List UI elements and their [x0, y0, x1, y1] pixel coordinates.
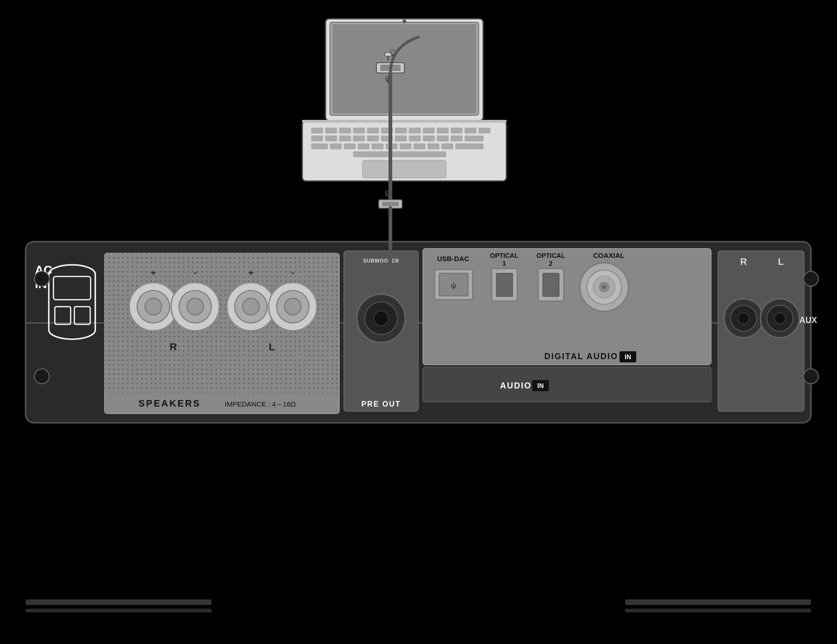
svg-point-49: [390, 50, 395, 54]
svg-text:+: +: [249, 268, 254, 277]
svg-rect-0: [325, 19, 483, 121]
svg-point-3: [402, 20, 406, 23]
svg-point-88: [357, 294, 405, 342]
svg-rect-17: [479, 128, 490, 133]
svg-rect-11: [395, 128, 407, 133]
svg-point-71: [179, 290, 211, 323]
svg-rect-9: [367, 128, 379, 133]
svg-text:AC: AC: [35, 263, 53, 277]
svg-rect-118: [718, 251, 804, 411]
svg-text:PRE OUT: PRE OUT: [361, 400, 401, 408]
svg-rect-40: [455, 144, 483, 149]
svg-text:-: -: [291, 268, 294, 277]
svg-rect-116: [532, 380, 549, 391]
svg-text:IN: IN: [35, 277, 47, 291]
svg-point-130: [804, 271, 818, 286]
svg-point-129: [34, 369, 49, 384]
svg-rect-27: [437, 136, 448, 141]
svg-point-125: [760, 299, 799, 338]
svg-text:IN: IN: [537, 382, 544, 389]
svg-rect-47: [385, 53, 391, 56]
svg-rect-133: [26, 609, 211, 612]
svg-text:-: -: [194, 268, 197, 277]
svg-rect-5: [311, 128, 323, 133]
svg-rect-20: [339, 136, 351, 141]
svg-text:IN: IN: [625, 353, 631, 361]
svg-rect-38: [428, 144, 439, 149]
svg-rect-35: [386, 144, 397, 149]
svg-rect-44: [376, 63, 404, 73]
svg-text:USB-DAC: USB-DAC: [437, 255, 469, 263]
svg-rect-102: [492, 269, 517, 301]
svg-rect-61: [55, 307, 71, 324]
svg-point-126: [767, 305, 793, 331]
svg-rect-4: [302, 121, 507, 181]
svg-rect-22: [367, 136, 379, 141]
svg-text:IMPEDANCE : 4～16Ω: IMPEDANCE : 4～16Ω: [225, 400, 296, 408]
svg-rect-10: [381, 128, 393, 133]
svg-text:+: +: [151, 268, 156, 277]
svg-rect-41: [353, 151, 446, 157]
svg-point-108: [593, 276, 615, 298]
svg-rect-59: [49, 265, 95, 339]
svg-rect-2: [332, 24, 476, 113]
svg-text:SPEAKERS: SPEAKERS: [138, 398, 201, 408]
svg-rect-114: [423, 367, 711, 402]
svg-rect-24: [395, 136, 407, 141]
svg-rect-8: [353, 128, 365, 133]
svg-rect-132: [26, 599, 211, 605]
svg-rect-21: [353, 136, 365, 141]
svg-point-128: [34, 271, 49, 286]
svg-point-109: [600, 283, 609, 292]
svg-rect-60: [53, 276, 91, 300]
svg-rect-26: [423, 136, 435, 141]
svg-rect-29: [465, 136, 483, 141]
svg-rect-100: [439, 273, 468, 296]
svg-rect-31: [330, 144, 342, 149]
svg-rect-28: [451, 136, 462, 141]
svg-point-75: [235, 290, 267, 323]
svg-rect-23: [381, 136, 393, 141]
svg-text:ψ: ψ: [451, 282, 456, 289]
svg-rect-36: [400, 144, 411, 149]
svg-rect-30: [311, 144, 328, 149]
svg-point-131: [804, 369, 818, 384]
svg-rect-34: [372, 144, 383, 149]
svg-point-127: [774, 313, 785, 324]
svg-rect-25: [409, 136, 421, 141]
svg-point-124: [738, 313, 749, 324]
svg-point-70: [171, 283, 219, 331]
svg-rect-54: [382, 202, 399, 206]
svg-rect-43: [302, 120, 507, 123]
svg-text:R: R: [740, 256, 747, 267]
svg-point-79: [277, 290, 309, 323]
svg-text:COAXIAL: COAXIAL: [593, 251, 625, 259]
svg-rect-99: [435, 269, 473, 300]
svg-text:ψ: ψ: [385, 74, 391, 83]
svg-text:AUDIO: AUDIO: [500, 381, 532, 390]
svg-point-123: [731, 305, 757, 331]
svg-rect-15: [451, 128, 462, 133]
svg-point-68: [145, 298, 162, 315]
svg-rect-86: [344, 251, 418, 411]
svg-point-67: [137, 290, 170, 323]
svg-point-122: [724, 299, 763, 338]
svg-point-89: [365, 302, 397, 335]
svg-text:R: R: [170, 341, 177, 353]
svg-text:2: 2: [549, 260, 553, 267]
svg-point-107: [587, 270, 621, 304]
svg-point-80: [284, 298, 301, 315]
svg-rect-1: [330, 22, 479, 115]
svg-rect-6: [325, 128, 337, 133]
svg-rect-13: [423, 128, 435, 133]
svg-text:L: L: [778, 256, 784, 267]
svg-rect-19: [325, 136, 337, 141]
svg-rect-112: [620, 351, 636, 362]
svg-rect-92: [423, 249, 711, 365]
svg-rect-42: [362, 160, 446, 178]
svg-rect-104: [538, 269, 564, 301]
svg-text:SUBWOOFER: SUBWOOFER: [363, 258, 399, 263]
svg-text:1: 1: [502, 260, 506, 267]
svg-point-66: [129, 283, 178, 331]
svg-rect-37: [414, 144, 425, 149]
